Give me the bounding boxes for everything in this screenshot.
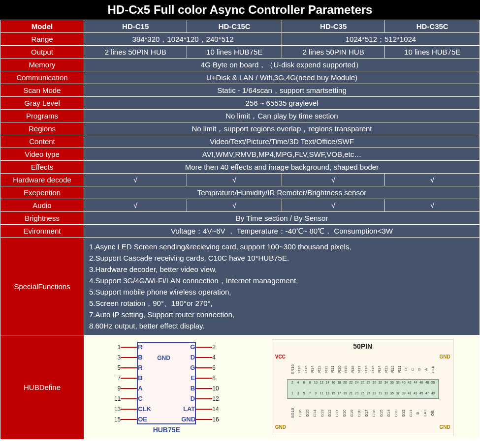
row-effects-label: Effects bbox=[0, 161, 84, 174]
row-hubdef-label: HUBDefine bbox=[0, 335, 84, 440]
pin50-label: 41 bbox=[407, 391, 412, 395]
row-programs-label: Programs bbox=[0, 110, 84, 122]
hub75-lsig: CLK bbox=[137, 405, 152, 414]
hub75-rsig: LAT bbox=[181, 405, 196, 414]
row-hwdecode-v1: √ bbox=[84, 174, 187, 186]
row-comm-v: U+Disk & LAN / Wifi,3G,4G(need buy Modul… bbox=[84, 71, 480, 84]
row-audio-label: Audio bbox=[0, 199, 84, 212]
hub75-gnd-label: GND bbox=[157, 354, 170, 362]
hub75-lsig: R bbox=[137, 343, 152, 352]
pin50-label: G11 bbox=[334, 404, 340, 422]
pin50-label: 4 bbox=[296, 380, 301, 385]
hub75-rsig: G bbox=[181, 343, 196, 352]
col-c15c: HD-C15C bbox=[187, 20, 282, 33]
pin50-label: G16 bbox=[297, 404, 303, 422]
special-l3: 3.Hardware decoder, better video view, bbox=[89, 264, 475, 274]
pin50-label: G12 bbox=[327, 404, 332, 422]
hub75-lsig: C bbox=[137, 394, 152, 403]
row-comm-label: Communication bbox=[0, 71, 84, 84]
col-c35c: HD-C35C bbox=[385, 20, 480, 33]
pin50-label: R13 bbox=[384, 360, 389, 378]
pin50-label: 20 bbox=[343, 380, 348, 385]
pin50-label: 9 bbox=[313, 391, 318, 395]
pin50-label: G11 bbox=[408, 404, 414, 422]
hub75-lsig: B bbox=[137, 374, 152, 383]
pin50-diagram: 50PIN VCC GND GND GND SR16R16R15R14R13R1… bbox=[272, 339, 454, 435]
pin50-label: G19 bbox=[349, 404, 354, 422]
pin50-label: 47 bbox=[425, 391, 430, 395]
pin50-caption: 50PIN bbox=[272, 342, 453, 352]
hub75-rsig: G bbox=[181, 363, 196, 372]
row-audio-v3: √ bbox=[282, 199, 384, 212]
row-exp-v: Temprature/Humidity/IR Remoter/Brightnes… bbox=[84, 186, 480, 199]
row-content-v: Video/Text/Picture/Time/3D Text/Office/S… bbox=[84, 135, 480, 148]
hub75-rpin: 10 bbox=[212, 385, 223, 393]
hub75-lpin: 1 bbox=[110, 343, 121, 352]
row-env-v: Voltage：4V~6V ， Temperature：-40℃~ 80℃， C… bbox=[84, 225, 480, 238]
pin50-label: 22 bbox=[349, 380, 353, 385]
row-hubdef-diagrams: 1RG23BD45RG67BE89AB1011CD1213CLKLAT1415O… bbox=[84, 335, 480, 440]
pin50-label: LAT bbox=[422, 404, 428, 422]
row-regions-v: No limit，support regions overlap，regions… bbox=[84, 122, 480, 135]
hub75-lsig: OE bbox=[137, 415, 152, 424]
pin50-label: 40 bbox=[401, 380, 406, 385]
header-model: Model bbox=[0, 20, 84, 33]
row-range-label: Range bbox=[0, 33, 84, 46]
hub75-rsig: D bbox=[181, 353, 196, 362]
row-hwdecode-v3: √ bbox=[282, 174, 384, 186]
pin50-label: R11 bbox=[330, 360, 335, 378]
row-audio-v1: √ bbox=[84, 199, 187, 212]
pin50-label: B bbox=[416, 360, 422, 378]
pin50-label: OE bbox=[430, 404, 435, 422]
pin50-label: 5 bbox=[302, 391, 307, 395]
row-hwdecode-label: Hardware decode bbox=[0, 174, 84, 186]
pin50-label: R15 bbox=[370, 360, 376, 378]
pin50-label: 30 bbox=[372, 380, 377, 385]
hub75-lpin: 15 bbox=[110, 416, 121, 424]
row-range-v2: 1024*512；512*1024 bbox=[282, 33, 480, 46]
pin50-label: CLK bbox=[430, 360, 436, 378]
pin50-label: A bbox=[423, 360, 429, 378]
hub75-rpin: 16 bbox=[212, 416, 223, 424]
row-hwdecode-v2: √ bbox=[187, 174, 282, 186]
row-audio-v4: √ bbox=[385, 199, 480, 212]
hub75-rpin: 14 bbox=[212, 405, 223, 414]
pin50-label: 12 bbox=[319, 380, 324, 385]
row-memory-label: Memory bbox=[0, 59, 84, 71]
pin50-label: G15 bbox=[379, 404, 384, 422]
pin50-label: 27 bbox=[366, 391, 371, 395]
pin50-label: G15 bbox=[305, 404, 310, 422]
pin50-label: D bbox=[403, 360, 409, 378]
hub75-lsig: B bbox=[137, 353, 152, 362]
pin50-label: 44 bbox=[413, 380, 418, 385]
row-special-label: SpecialFunctions bbox=[0, 238, 84, 335]
pin50-label: R16 bbox=[296, 360, 302, 378]
pin50-label: 37 bbox=[395, 391, 400, 395]
pin50-label: 46 bbox=[419, 380, 424, 385]
hub75-lsig: A bbox=[137, 384, 152, 393]
row-brightness-label: Brightness bbox=[0, 212, 84, 225]
row-scan-label: Scan Mode bbox=[0, 84, 84, 97]
hub75-rsig: D bbox=[181, 394, 196, 403]
pin50-label: C bbox=[410, 360, 416, 378]
pin50-gnd-tr: GND bbox=[440, 354, 450, 360]
pin50-label: 42 bbox=[407, 380, 412, 385]
pin50-label: 2 bbox=[290, 380, 295, 385]
pin50-label: R14 bbox=[310, 360, 315, 378]
row-effects-v: More then 40 effects and image backgroun… bbox=[84, 161, 480, 174]
col-c35: HD-C35 bbox=[282, 20, 384, 33]
pin50-label: 7 bbox=[307, 391, 312, 395]
row-output-label: Output bbox=[0, 46, 84, 59]
pin50-label: 14 bbox=[325, 380, 330, 385]
hub75-lpin: 11 bbox=[110, 395, 121, 403]
hub75-rsig: GND bbox=[181, 415, 196, 424]
hub75-rsig: E bbox=[181, 374, 196, 383]
row-audio-v2: √ bbox=[187, 199, 282, 212]
row-output-v2: 10 lines HUB75E bbox=[187, 46, 282, 59]
row-brightness-v: By Time section / By Sensor bbox=[84, 212, 480, 225]
pin50-label: 3 bbox=[296, 391, 301, 395]
hub75-lpin: 9 bbox=[110, 385, 121, 393]
pin50-label: G14 bbox=[312, 404, 318, 422]
pin50-label: 43 bbox=[413, 391, 418, 395]
pin50-label: R13 bbox=[317, 360, 322, 378]
